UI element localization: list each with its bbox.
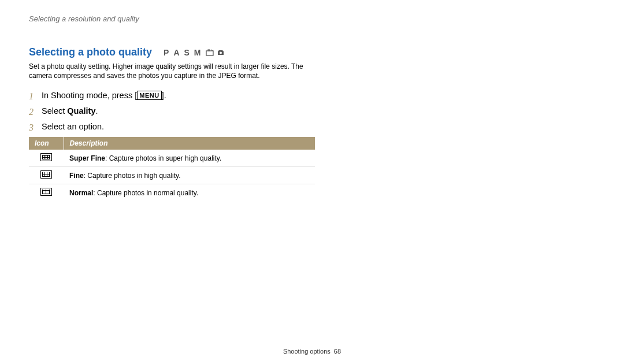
mode-a: A: [173, 48, 181, 57]
step-1-prefix: In Shooting mode, press [: [42, 91, 137, 100]
quality-table: Icon Description Super Fine: Capture pho…: [29, 137, 315, 201]
step-1-suffix: ].: [162, 91, 166, 100]
step-2-suffix: .: [96, 106, 98, 116]
row-desc: : Capture photos in high quality.: [84, 172, 181, 180]
footer-label: Shooting options: [283, 348, 330, 355]
th-icon: Icon: [29, 137, 64, 150]
step-1: 1 In Shooting mode, press [MENU].: [29, 88, 315, 103]
superfine-icon: [40, 153, 52, 161]
svg-rect-0: [206, 51, 213, 55]
intro-text: Set a photo quality setting. Higher imag…: [29, 62, 315, 80]
menu-key: MENU: [137, 91, 161, 100]
mode-m: M: [194, 48, 203, 57]
fine-icon: [40, 170, 52, 179]
row-desc: : Capture photos in super high quality.: [105, 154, 221, 162]
step-3-text: Select an option.: [42, 122, 104, 131]
section-header: Selecting a photo quality P A S M: [29, 46, 315, 58]
row-name: Fine: [69, 172, 84, 180]
magic-icon: [216, 49, 224, 56]
step-number: 3: [29, 120, 34, 135]
row-name: Normal: [69, 189, 93, 197]
breadcrumb: Selecting a resolution and quality: [29, 14, 595, 23]
scene-icon: [206, 49, 214, 56]
step-number: 1: [29, 88, 34, 104]
step-2-prefix: Select: [42, 106, 67, 116]
page-number: 68: [334, 348, 341, 355]
mode-indicator-row: P A S M: [164, 48, 224, 57]
mode-p: P: [164, 48, 171, 57]
th-description: Description: [64, 137, 315, 150]
svg-point-2: [220, 52, 222, 54]
step-2-bold: Quality: [67, 106, 95, 116]
mode-s: S: [184, 48, 192, 57]
step-number: 2: [29, 104, 34, 120]
row-name: Super Fine: [69, 154, 105, 162]
table-row: Super Fine: Capture photos in super high…: [29, 150, 315, 167]
steps-list: 1 In Shooting mode, press [MENU]. 2 Sele…: [29, 88, 315, 133]
row-desc: : Capture photos in normal quality.: [93, 189, 198, 197]
table-row: Normal: Capture photos in normal quality…: [29, 184, 315, 202]
step-2: 2 Select Quality.: [29, 104, 315, 118]
svg-rect-1: [208, 50, 210, 51]
table-row: Fine: Capture photos in high quality.: [29, 167, 315, 184]
section-title: Selecting a photo quality: [29, 46, 152, 58]
normal-icon: [40, 188, 52, 196]
main-content: Selecting a photo quality P A S M Set a …: [29, 46, 315, 201]
footer: Shooting options68: [0, 348, 624, 355]
step-3: 3 Select an option.: [29, 120, 315, 134]
